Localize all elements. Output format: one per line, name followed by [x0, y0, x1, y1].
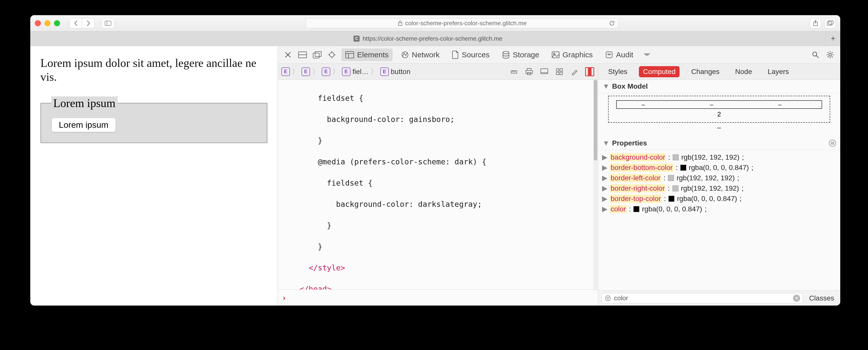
svg-rect-47	[560, 69, 562, 71]
color-swatch[interactable]	[669, 196, 675, 202]
dom-scrollbar[interactable]	[593, 80, 598, 289]
close-devtools-icon[interactable]	[283, 50, 293, 60]
nav-back-forward	[70, 18, 95, 28]
paint-icon[interactable]	[570, 67, 579, 76]
dock-window-icon[interactable]	[312, 50, 322, 60]
crumb-4[interactable]: Efiel…〉	[342, 67, 378, 77]
share-button[interactable]	[810, 18, 821, 28]
crumb-2[interactable]: E〉	[302, 67, 319, 77]
property-row[interactable]: ▶border-top-color: rgba(0, 0, 0, 0.847);	[600, 194, 838, 204]
property-row[interactable]: ▶border-left-color: rgb(192, 192, 192);	[600, 173, 838, 183]
print-icon[interactable]	[525, 67, 534, 76]
color-swatch[interactable]	[673, 154, 679, 161]
close-window-button[interactable]	[35, 20, 41, 26]
properties-header[interactable]: ▼Properties	[598, 137, 840, 150]
browser-tab[interactable]: C https://color-scheme-prefers-color-sch…	[30, 31, 826, 46]
svg-line-33	[828, 52, 829, 53]
svg-rect-42	[526, 70, 532, 74]
dom-tree[interactable]: fieldset { background-color: gainsboro; …	[278, 80, 598, 289]
tab-audit[interactable]: Audit	[601, 49, 637, 61]
crumb-5[interactable]: Ebutton	[380, 67, 410, 76]
clear-filter-icon[interactable]: ✕	[793, 295, 800, 302]
color-swatch[interactable]	[633, 206, 640, 212]
composite-icon[interactable]	[585, 67, 594, 76]
more-tabs-icon[interactable]	[642, 50, 652, 60]
tab-elements[interactable]: Elements	[341, 49, 393, 61]
devtools-toolbar: Elements Network Sources Storage Graphic…	[278, 46, 840, 64]
gear-icon[interactable]	[825, 50, 835, 60]
minimize-window-button[interactable]	[44, 20, 51, 26]
back-button[interactable]	[70, 18, 82, 28]
dom-line: }	[278, 241, 598, 252]
svg-point-24	[553, 53, 555, 55]
sidetab-node[interactable]: Node	[731, 66, 756, 77]
property-row[interactable]: ▶background-color: rgb(192, 192, 192);	[600, 152, 838, 163]
ruler-icon[interactable]	[509, 67, 519, 76]
console-drawer[interactable]: ›	[278, 289, 598, 305]
audit-icon	[605, 51, 613, 59]
console-prompt-icon: ›	[283, 293, 285, 302]
sidetab-layers[interactable]: Layers	[764, 66, 793, 77]
tab-graphics[interactable]: Graphics	[548, 49, 597, 61]
property-value: rgb(192, 192, 192)	[681, 184, 739, 193]
dom-line: </head>	[278, 284, 598, 289]
new-tab-button[interactable]: +	[826, 31, 840, 46]
svg-line-35	[832, 52, 833, 53]
tabs-overview-button[interactable]	[825, 18, 836, 28]
storage-icon	[502, 51, 510, 59]
grid-icon[interactable]	[555, 67, 564, 76]
sources-icon	[452, 51, 459, 59]
svg-line-34	[832, 56, 833, 57]
forward-button[interactable]	[82, 18, 95, 28]
device-icon[interactable]	[540, 67, 549, 76]
tab-sources[interactable]: Sources	[448, 49, 494, 61]
properties-menu-icon[interactable]	[829, 139, 836, 147]
classes-toggle[interactable]: Classes	[806, 294, 837, 302]
crumb-1[interactable]: E〉	[281, 67, 299, 77]
filter-value: color	[614, 294, 628, 302]
tab-storage[interactable]: Storage	[498, 49, 543, 61]
property-row[interactable]: ▶border-right-color: rgb(192, 192, 192);	[600, 183, 838, 194]
network-icon	[401, 51, 409, 59]
favicon-icon: C	[353, 36, 360, 42]
tab-bar: C https://color-scheme-prefers-color-sch…	[30, 31, 840, 46]
lock-icon	[398, 21, 403, 26]
svg-point-21	[402, 52, 408, 58]
dom-line: }	[278, 220, 598, 231]
dom-line: fieldset {	[278, 178, 598, 188]
dock-side-icon[interactable]	[298, 50, 308, 60]
svg-rect-46	[556, 69, 559, 71]
property-row[interactable]: ▶border-bottom-color: rgba(0, 0, 0, 0.84…	[600, 163, 838, 173]
property-value: rgb(192, 192, 192)	[681, 153, 739, 162]
property-name: border-bottom-color	[610, 164, 673, 172]
address-bar[interactable]: color-scheme-prefers-color-scheme.glitch…	[306, 18, 619, 28]
color-swatch[interactable]	[680, 165, 686, 171]
filter-bar: color ✕ Classes	[598, 290, 840, 305]
filter-input[interactable]: color ✕	[601, 293, 803, 303]
target-icon[interactable]	[327, 50, 337, 60]
crumb-3[interactable]: E〉	[322, 67, 339, 77]
sidetab-styles[interactable]: Styles	[604, 66, 631, 77]
reload-icon[interactable]	[609, 20, 615, 26]
dom-line: }	[278, 135, 598, 146]
tab-network[interactable]: Network	[397, 49, 443, 61]
color-swatch[interactable]	[673, 185, 679, 192]
url-text: color-scheme-prefers-color-scheme.glitch…	[405, 20, 527, 27]
sidetab-changes[interactable]: Changes	[687, 66, 723, 77]
property-value: rgba(0, 0, 0, 0.847)	[642, 205, 702, 213]
properties-list: ▶background-color: rgb(192, 192, 192);▶b…	[598, 150, 840, 290]
svg-point-26	[813, 52, 817, 56]
page-button[interactable]: Lorem ipsum	[51, 117, 116, 132]
search-icon[interactable]	[810, 50, 820, 60]
sidebar-toggle-button[interactable]	[102, 18, 114, 28]
color-swatch[interactable]	[668, 175, 674, 181]
titlebar-right	[810, 18, 836, 28]
zoom-window-button[interactable]	[54, 20, 60, 26]
filter-icon	[605, 295, 611, 301]
dom-line: </style>	[278, 263, 598, 273]
sidetab-computed[interactable]: Computed	[639, 66, 680, 77]
page-legend: Lorem ipsum	[51, 96, 118, 110]
property-row[interactable]: ▶color: rgba(0, 0, 0, 0.847);	[600, 204, 838, 214]
box-model-header[interactable]: ▼Box Model	[598, 80, 840, 93]
crumb-tools	[509, 67, 594, 76]
